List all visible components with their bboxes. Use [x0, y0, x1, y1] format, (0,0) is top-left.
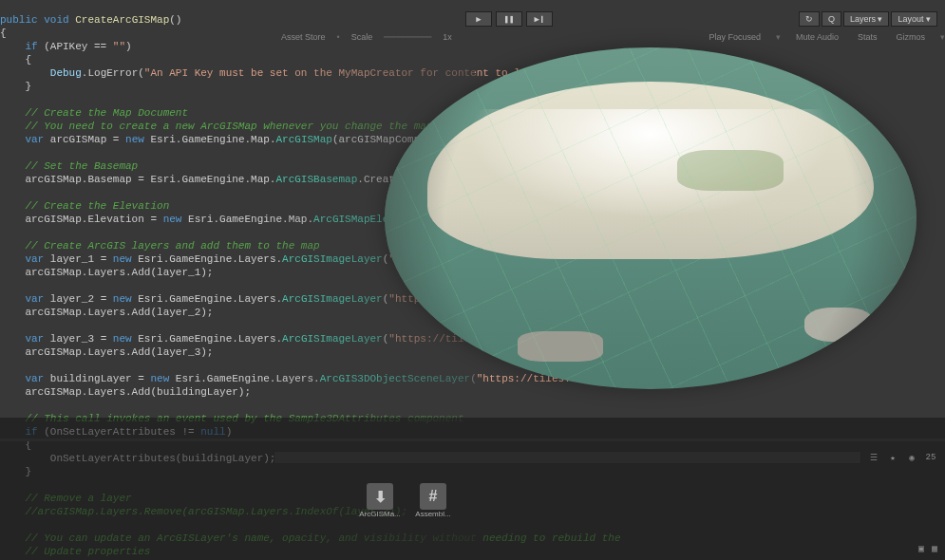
- project-search-row: ☰ ★ ◉ 25: [274, 450, 937, 465]
- project-item-assembly[interactable]: # Assembl...: [414, 483, 452, 518]
- layers-dropdown[interactable]: Layers ▾: [843, 11, 890, 27]
- grid-icon[interactable]: ▦: [932, 543, 937, 554]
- play-icon: ▶: [472, 12, 485, 26]
- project-items: ⬇ ArcGISMa... # Assembl...: [361, 483, 452, 518]
- scale-value: 1x: [443, 32, 452, 42]
- refresh-icon: ↻: [805, 14, 813, 24]
- pause-icon: ❚❚: [502, 12, 516, 26]
- layout-dropdown[interactable]: Layout ▾: [891, 11, 937, 27]
- badge-count: 25: [924, 453, 937, 462]
- project-item-arcgismap[interactable]: ⬇ ArcGISMa...: [361, 483, 399, 518]
- project-search-input[interactable]: [274, 451, 861, 464]
- hidden-icon[interactable]: ◉: [905, 453, 918, 463]
- secondary-bar: Asset Store • Scale ━━━━━━━━━━ 1x Play F…: [274, 30, 945, 44]
- gizmos-toggle[interactable]: Gizmos: [892, 32, 929, 42]
- favorites-icon[interactable]: ★: [886, 453, 899, 463]
- filter-icon[interactable]: ☰: [867, 453, 880, 463]
- step-button[interactable]: ▶❙: [526, 11, 553, 27]
- panel-divider[interactable]: [0, 439, 945, 441]
- bottom-statusbar: ▣ ▦: [918, 543, 937, 554]
- play-controls: ▶ ❚❚ ▶❙: [465, 11, 553, 27]
- project-item-label: ArcGISMa...: [359, 510, 401, 518]
- search-button[interactable]: Q: [822, 11, 841, 27]
- mute-audio-toggle[interactable]: Mute Audio: [792, 32, 842, 42]
- console-icon[interactable]: ▣: [918, 543, 924, 554]
- scene-viewport[interactable]: [385, 47, 917, 389]
- pause-button[interactable]: ❚❚: [496, 11, 522, 27]
- asset-store-tab[interactable]: Asset Store: [281, 32, 326, 42]
- project-item-label: Assembl...: [415, 510, 450, 518]
- refresh-button[interactable]: ↻: [799, 11, 820, 27]
- stats-toggle[interactable]: Stats: [854, 32, 881, 42]
- top-toolbar: ↻ Q Layers ▾ Layout ▾: [799, 11, 937, 27]
- script-file-icon: ⬇: [367, 483, 393, 510]
- play-focused-toggle[interactable]: Play Focused: [705, 32, 765, 42]
- step-icon: ▶❙: [533, 12, 546, 26]
- viewport-vignette: [385, 47, 917, 389]
- search-icon: Q: [828, 14, 835, 24]
- scale-label: Scale: [351, 32, 373, 42]
- assembly-file-icon: #: [420, 483, 446, 510]
- play-button[interactable]: ▶: [465, 11, 492, 27]
